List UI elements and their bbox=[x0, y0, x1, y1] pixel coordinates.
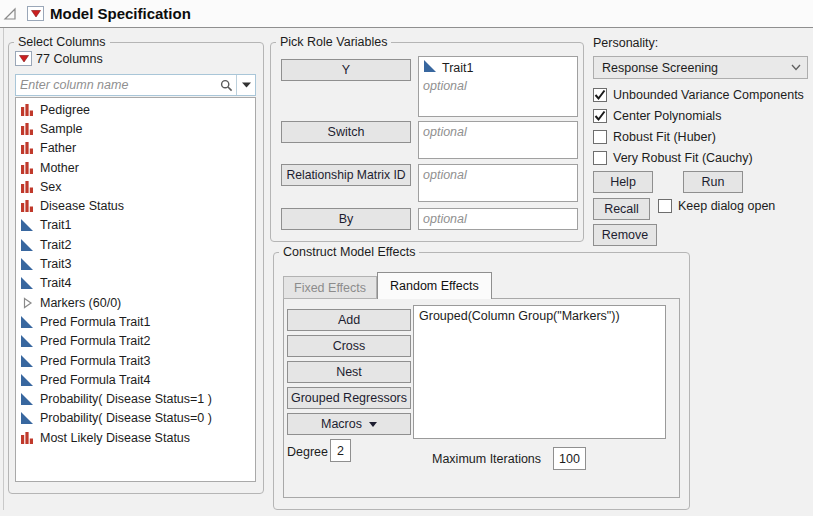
search-input[interactable] bbox=[16, 78, 220, 92]
list-item[interactable]: Pred Formula Trait3 bbox=[16, 351, 255, 370]
add-button[interactable]: Add bbox=[287, 309, 411, 331]
checkbox[interactable] bbox=[593, 130, 607, 144]
y-role-value-label: Trait1 bbox=[442, 61, 474, 75]
column-label: Trait4 bbox=[40, 276, 72, 290]
outline-titlebar: Model Specification bbox=[0, 0, 813, 28]
list-item[interactable]: Sample bbox=[16, 119, 255, 138]
select-columns-panel: Select Columns 77 Columns PedigreeSample… bbox=[8, 42, 264, 494]
personality-checkboxes: Unbounded Variance ComponentsCenter Poly… bbox=[593, 84, 804, 168]
columns-list[interactable]: PedigreeSampleFatherMotherSexDisease Sta… bbox=[15, 97, 256, 482]
continuous-icon bbox=[20, 354, 34, 368]
columns-count-label: 77 Columns bbox=[36, 52, 103, 66]
nominal-icon bbox=[20, 141, 34, 155]
list-item[interactable]: Probability( Disease Status=0 ) bbox=[16, 409, 255, 428]
column-label: Markers (60/0) bbox=[40, 296, 121, 310]
list-item[interactable]: Markers (60/0) bbox=[16, 293, 255, 312]
list-item[interactable]: Trait3 bbox=[16, 254, 255, 273]
macros-button[interactable]: Macros bbox=[287, 413, 411, 435]
checkbox[interactable] bbox=[593, 151, 607, 165]
remove-button[interactable]: Remove bbox=[593, 224, 657, 246]
help-button[interactable]: Help bbox=[593, 171, 653, 193]
columns-menu[interactable]: 77 Columns bbox=[15, 51, 103, 66]
relationship-matrix-id-role-box[interactable]: optional bbox=[418, 164, 578, 202]
grouped-regressors-button[interactable]: Grouped Regressors bbox=[287, 387, 411, 409]
checkmark-icon bbox=[594, 110, 606, 122]
search-options-dropdown-icon[interactable] bbox=[237, 75, 255, 95]
switch-role-box[interactable]: optional bbox=[418, 121, 578, 159]
continuous-icon bbox=[20, 373, 34, 387]
personality-checkbox-row[interactable]: Very Robust Fit (Cauchy) bbox=[593, 147, 804, 168]
chevron-down-icon bbox=[791, 64, 801, 71]
relationship-matrix-id-role-button[interactable]: Relationship Matrix ID bbox=[281, 164, 411, 186]
model-specification-dialog: Model Specification Select Columns 77 Co… bbox=[0, 0, 813, 516]
y-role-box[interactable]: Trait1 optional bbox=[418, 56, 578, 117]
button-label: Nest bbox=[336, 365, 362, 379]
keep-dialog-open-checkbox[interactable] bbox=[658, 199, 672, 213]
continuous-icon bbox=[20, 238, 34, 252]
personality-checkbox-row[interactable]: Unbounded Variance Components bbox=[593, 84, 804, 105]
random-effects-tab-panel: AddCrossNestGrouped RegressorsMacros Gro… bbox=[283, 298, 680, 498]
nominal-icon bbox=[20, 180, 34, 194]
caret-down-icon bbox=[369, 422, 377, 427]
outline-connector-line bbox=[3, 28, 4, 510]
pick-role-variables-label: Pick Role Variables bbox=[276, 35, 391, 49]
y-role-value[interactable]: Trait1 bbox=[423, 58, 573, 77]
red-triangle-menu-icon[interactable] bbox=[15, 51, 32, 66]
personality-checkbox-row[interactable]: Center Polynomials bbox=[593, 105, 804, 126]
degree-input[interactable] bbox=[330, 439, 351, 462]
list-item[interactable]: Pedigree bbox=[16, 100, 255, 119]
checkbox[interactable] bbox=[593, 88, 607, 102]
effects-tab-bar: Fixed Effects Random Effects bbox=[283, 272, 492, 299]
column-label: Pred Formula Trait2 bbox=[40, 334, 150, 348]
effects-listbox[interactable]: Grouped(Column Group("Markers")) bbox=[413, 305, 666, 439]
continuous-icon bbox=[20, 334, 34, 348]
list-item[interactable]: Pred Formula Trait4 bbox=[16, 370, 255, 389]
by-role-box[interactable]: optional bbox=[418, 208, 578, 230]
personality-checkbox-row[interactable]: Robust Fit (Huber) bbox=[593, 126, 804, 147]
tab-fixed-effects[interactable]: Fixed Effects bbox=[283, 276, 377, 299]
column-label: Pred Formula Trait4 bbox=[40, 373, 150, 387]
continuous-icon bbox=[20, 218, 34, 232]
column-label: Trait3 bbox=[40, 257, 72, 271]
column-label: Pred Formula Trait1 bbox=[40, 315, 150, 329]
list-item[interactable]: Sex bbox=[16, 177, 255, 196]
list-item[interactable]: Trait4 bbox=[16, 274, 255, 293]
y-role-button[interactable]: Y bbox=[281, 59, 411, 81]
column-label: Sex bbox=[40, 180, 62, 194]
maximum-iterations-input[interactable] bbox=[553, 447, 586, 470]
cross-button[interactable]: Cross bbox=[287, 335, 411, 357]
recall-button[interactable]: Recall bbox=[593, 198, 650, 220]
nominal-icon bbox=[20, 103, 34, 117]
optional-placeholder: optional bbox=[423, 210, 573, 228]
list-item[interactable]: Pred Formula Trait2 bbox=[16, 332, 255, 351]
personality-dropdown[interactable]: Response Screening bbox=[593, 56, 808, 79]
keep-dialog-open-row[interactable]: Keep dialog open bbox=[658, 199, 775, 213]
column-label: Trait2 bbox=[40, 238, 72, 252]
button-label: Macros bbox=[321, 417, 362, 431]
red-triangle-menu-icon[interactable] bbox=[27, 6, 44, 21]
nest-button[interactable]: Nest bbox=[287, 361, 411, 383]
nominal-icon bbox=[20, 199, 34, 213]
by-role-button[interactable]: By bbox=[281, 208, 411, 230]
list-item[interactable]: Trait1 bbox=[16, 216, 255, 235]
run-button[interactable]: Run bbox=[683, 171, 743, 193]
column-label: Trait1 bbox=[40, 218, 72, 232]
page-title: Model Specification bbox=[50, 5, 191, 22]
list-item[interactable]: Mother bbox=[16, 158, 255, 177]
checkbox[interactable] bbox=[593, 109, 607, 123]
column-label: Most Likely Disease Status bbox=[40, 431, 190, 445]
list-item[interactable]: Disease Status bbox=[16, 196, 255, 215]
switch-role-button[interactable]: Switch bbox=[281, 121, 411, 143]
list-item[interactable]: Probability( Disease Status=1 ) bbox=[16, 389, 255, 408]
list-item[interactable]: Trait2 bbox=[16, 235, 255, 254]
search-icon bbox=[220, 79, 233, 92]
list-item[interactable]: Pred Formula Trait1 bbox=[16, 312, 255, 331]
continuous-icon bbox=[20, 411, 34, 425]
continuous-icon-slot bbox=[423, 59, 437, 76]
outline-disclosure-icon[interactable] bbox=[3, 7, 17, 21]
effect-entry[interactable]: Grouped(Column Group("Markers")) bbox=[419, 309, 660, 327]
list-item[interactable]: Most Likely Disease Status bbox=[16, 428, 255, 447]
nominal-icon bbox=[20, 431, 34, 445]
list-item[interactable]: Father bbox=[16, 139, 255, 158]
tab-random-effects[interactable]: Random Effects bbox=[377, 272, 492, 299]
